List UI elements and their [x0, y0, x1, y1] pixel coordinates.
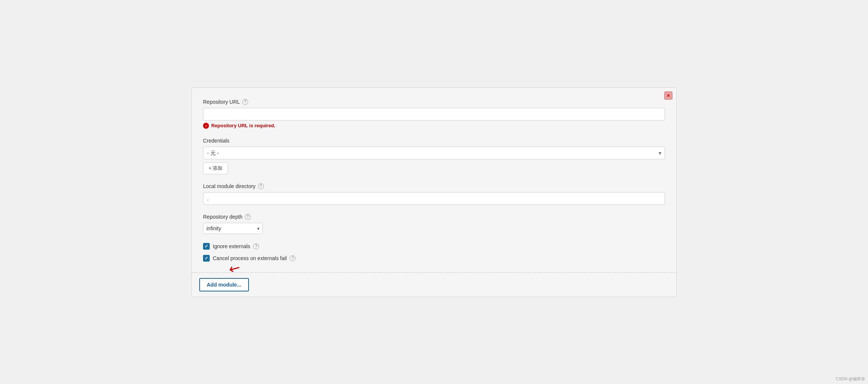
- ignore-externals-row: Ignore externals ?: [203, 243, 665, 250]
- repository-depth-select[interactable]: infinity 0 1 2 3 4 files immediates: [203, 223, 263, 234]
- error-icon: –: [203, 123, 209, 129]
- credentials-select[interactable]: - 元 -: [203, 147, 665, 159]
- cancel-process-help-icon[interactable]: ?: [290, 255, 296, 261]
- repository-depth-group: Repository depth ? infinity 0 1 2 3 4 fi…: [203, 214, 665, 234]
- form-panel: × Repository URL ? – Repository URL is r…: [191, 87, 677, 297]
- credentials-group: Credentials - 元 - + 添加: [203, 138, 665, 174]
- local-module-directory-label: Local module directory ?: [203, 183, 665, 189]
- credentials-select-wrapper: - 元 -: [203, 147, 665, 159]
- local-module-directory-group: Local module directory ?: [203, 183, 665, 205]
- repository-url-label-text: Repository URL: [203, 99, 240, 105]
- ignore-externals-help-icon[interactable]: ?: [253, 243, 259, 249]
- add-module-button[interactable]: Add module...: [199, 278, 249, 291]
- add-credentials-button[interactable]: + 添加: [203, 162, 228, 174]
- repository-depth-label-text: Repository depth: [203, 214, 243, 220]
- cancel-process-checkbox[interactable]: [203, 255, 210, 262]
- credentials-label-text: Credentials: [203, 138, 230, 144]
- watermark: CSDN @编茶张: [836, 376, 865, 382]
- repository-depth-select-wrapper: infinity 0 1 2 3 4 files immediates: [203, 223, 263, 234]
- repository-depth-help-icon[interactable]: ?: [245, 214, 251, 220]
- ignore-externals-checkbox[interactable]: [203, 243, 210, 250]
- cancel-process-label: Cancel process on externals fail: [213, 255, 287, 261]
- close-button[interactable]: ×: [664, 91, 672, 100]
- repository-url-input[interactable]: [203, 108, 665, 121]
- ignore-externals-label: Ignore externals: [213, 243, 250, 249]
- bottom-bar: Add module...: [192, 272, 676, 297]
- local-module-directory-label-text: Local module directory: [203, 183, 256, 189]
- repository-url-help-icon[interactable]: ?: [242, 99, 248, 105]
- cancel-process-row: Cancel process on externals fail ?: [203, 255, 665, 262]
- repository-url-label: Repository URL ?: [203, 99, 665, 105]
- repository-depth-label: Repository depth ?: [203, 214, 665, 220]
- local-module-directory-help-icon[interactable]: ?: [258, 183, 264, 189]
- error-text: Repository URL is required.: [211, 123, 275, 128]
- repository-url-group: Repository URL ? – Repository URL is req…: [203, 99, 665, 129]
- repository-url-error: – Repository URL is required.: [203, 123, 665, 129]
- local-module-directory-input[interactable]: [203, 192, 665, 205]
- credentials-label: Credentials: [203, 138, 665, 144]
- form-container: × Repository URL ? – Repository URL is r…: [191, 87, 677, 297]
